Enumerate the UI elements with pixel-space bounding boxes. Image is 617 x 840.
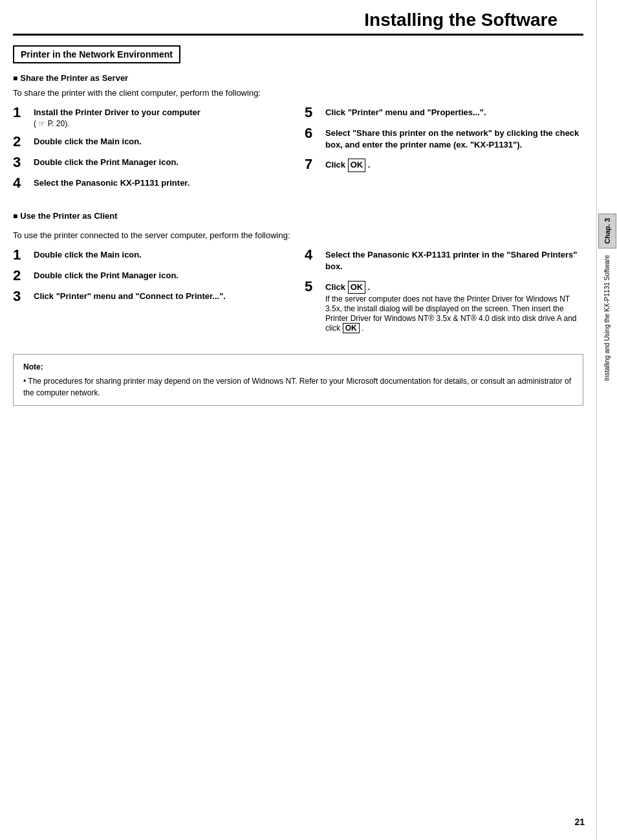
- client-heading: Use the Printer as Client: [13, 211, 583, 221]
- server-step-4: 4 Select the Panasonic KX-P1131 printer.: [13, 177, 292, 190]
- client-step-text-5: Click OK .: [325, 282, 370, 292]
- client-step-text-3: Click "Printer" menu and "Connect to Pri…: [34, 291, 226, 302]
- step-number-4: 4: [13, 176, 27, 190]
- note-text: The procedures for sharing printer may d…: [23, 377, 571, 397]
- note-title: Note:: [23, 361, 573, 373]
- client-step-1: 1 Double click the Main icon.: [13, 249, 292, 262]
- page-title: Installing the Software: [364, 10, 557, 30]
- step-text-6: Select "Share this printer on the networ…: [325, 127, 583, 151]
- server-intro: To share the printer with the client com…: [13, 88, 583, 98]
- section-title: Printer in the Network Environment: [21, 49, 173, 60]
- ok-box-3: OK: [343, 323, 360, 333]
- chap-label: Chap. 3: [603, 218, 611, 244]
- note-bullet: • The procedures for sharing printer may…: [23, 375, 573, 399]
- client-step-5: 5 Click OK . If the server computer does…: [305, 281, 583, 333]
- page-container: Chap. 3 Installing and Using the KX-P113…: [0, 0, 617, 840]
- client-step-5-extra: If the server computer does not have the…: [325, 294, 576, 333]
- sidebar-desc-text: Installing and Using the KX-P1131 Softwa…: [603, 255, 611, 381]
- page-number: 21: [574, 817, 585, 827]
- server-step-2: 2 Double click the Main icon.: [13, 136, 292, 149]
- client-step-text-1: Double click the Main icon.: [34, 249, 142, 261]
- step-number-3: 3: [13, 155, 27, 170]
- chap-tab: Chap. 3: [598, 214, 616, 249]
- step-text-7: Click OK .: [325, 159, 370, 171]
- client-step-3: 3 Click "Printer" menu and "Connect to P…: [13, 291, 292, 304]
- client-step-number-1: 1: [13, 248, 27, 262]
- client-step-text-4: Select the Panasonic KX-P1131 printer in…: [325, 249, 583, 272]
- section-divider: Use the Printer as Client: [13, 211, 583, 221]
- step-sub-1: ( ☞ P. 20).: [34, 119, 69, 128]
- note-box: Note: • The procedures for sharing print…: [13, 354, 583, 406]
- client-step-2: 2 Double click the Print Manager icon.: [13, 270, 292, 283]
- client-steps: 1 Double click the Main icon. 2 Double c…: [13, 249, 583, 341]
- step-number-1: 1: [13, 105, 27, 120]
- server-step-7: 7 Click OK .: [305, 159, 583, 171]
- step-text-2: Double click the Main icon.: [34, 136, 142, 148]
- page-header: Installing the Software: [13, 0, 583, 36]
- main-content: Installing the Software Printer in the N…: [0, 0, 596, 419]
- server-steps: 1 Install the Printer Driver to your com…: [13, 107, 583, 198]
- step-text-4: Select the Panasonic KX-P1131 printer.: [34, 177, 189, 189]
- client-heading-text: Use the Printer as Client: [20, 211, 117, 221]
- step-text-3: Double click the Print Manager icon.: [34, 157, 179, 168]
- client-step-4: 4 Select the Panasonic KX-P1131 printer …: [305, 249, 583, 272]
- client-intro: To use the printer connected to the serv…: [13, 230, 583, 240]
- server-step-3: 3 Double click the Print Manager icon.: [13, 157, 292, 170]
- step-number-6: 6: [305, 126, 319, 140]
- step-number-5: 5: [305, 105, 319, 120]
- client-step-number-2: 2: [13, 269, 27, 283]
- server-steps-right: 5 Click "Printer" menu and "Properties..…: [305, 107, 583, 198]
- client-step-text-2: Double click the Print Manager icon.: [34, 270, 179, 282]
- ok-box-1: OK: [348, 159, 366, 171]
- server-steps-left: 1 Install the Printer Driver to your com…: [13, 107, 292, 198]
- client-step-number-4: 4: [305, 248, 319, 262]
- client-steps-left: 1 Double click the Main icon. 2 Double c…: [13, 249, 292, 341]
- step-text-1: Install the Printer Driver to your compu…: [34, 107, 200, 117]
- ok-box-2: OK: [348, 281, 366, 294]
- client-steps-right: 4 Select the Panasonic KX-P1131 printer …: [305, 249, 583, 341]
- server-step-1: 1 Install the Printer Driver to your com…: [13, 107, 292, 128]
- client-step-number-3: 3: [13, 289, 27, 304]
- right-sidebar: Chap. 3 Installing and Using the KX-P113…: [596, 0, 617, 840]
- step-text-5: Click "Printer" menu and "Properties..."…: [325, 107, 486, 118]
- step-number-2: 2: [13, 135, 27, 149]
- step-number-7: 7: [305, 157, 319, 171]
- section-box: Printer in the Network Environment: [13, 45, 180, 63]
- server-heading: Share the Printer as Server: [13, 73, 583, 83]
- server-step-6: 6 Select "Share this printer on the netw…: [305, 127, 583, 151]
- client-step-number-5: 5: [305, 280, 319, 294]
- server-heading-text: Share the Printer as Server: [20, 73, 128, 83]
- sidebar-desc: Installing and Using the KX-P1131 Softwa…: [598, 251, 616, 385]
- server-step-5: 5 Click "Printer" menu and "Properties..…: [305, 107, 583, 120]
